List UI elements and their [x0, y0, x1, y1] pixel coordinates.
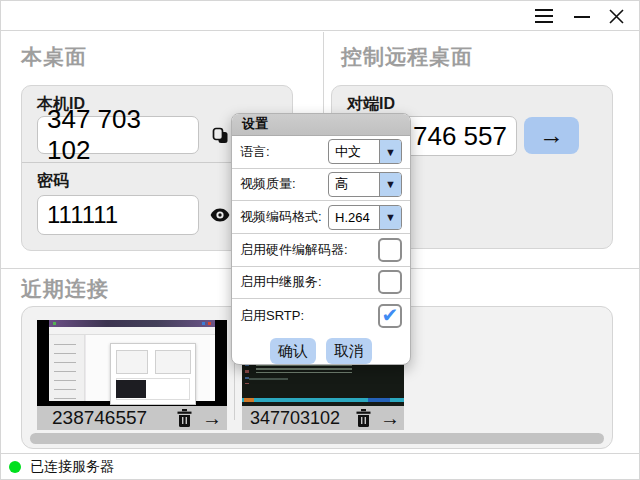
open-connection-button[interactable]: → [376, 406, 404, 430]
open-connection-button[interactable]: → [197, 406, 227, 430]
dialog-buttons: 确认 取消 [232, 338, 410, 364]
connect-button[interactable]: → [524, 117, 579, 154]
settings-dialog: 设置 语言: 中文 ▼ 视频质量: 高 ▼ 视频编码格式: H.264 ▼ 启用… [231, 113, 411, 365]
language-select[interactable]: 中文 ▼ [328, 139, 402, 164]
chevron-down-icon: ▼ [379, 140, 401, 163]
video-codec-select-value: H.264 [329, 206, 379, 229]
srtp-checkbox[interactable]: ✔ [378, 304, 402, 328]
delete-connection-button[interactable] [350, 406, 376, 430]
video-codec-select[interactable]: H.264 ▼ [328, 205, 402, 230]
close-icon [609, 9, 624, 24]
settings-row-video-quality: 视频质量: 高 ▼ [232, 169, 410, 202]
connection-id: 238746557 [37, 407, 171, 429]
hw-codec-label: 启用硬件编解码器: [240, 241, 348, 259]
connection-status-icon [9, 461, 21, 473]
relay-checkbox[interactable]: ✔ [378, 270, 402, 294]
settings-row-video-codec: 视频编码格式: H.264 ▼ [232, 201, 410, 234]
eye-icon [210, 208, 230, 222]
status-bar: 已连接服务器 [1, 453, 639, 479]
app-window: 本桌面 控制远程桌面 本机ID 347 703 102 密码 111111 对端… [0, 0, 640, 480]
video-quality-select-value: 高 [329, 173, 379, 196]
peer-id-label: 对端ID [347, 94, 395, 115]
video-quality-select[interactable]: 高 ▼ [328, 172, 402, 197]
menu-button[interactable] [531, 5, 557, 27]
minimize-button[interactable] [569, 5, 595, 27]
copy-id-button[interactable] [208, 124, 232, 148]
confirm-button[interactable]: 确认 [270, 338, 316, 364]
connection-label-bar: 238746557 → [37, 406, 227, 430]
arrow-right-icon: → [202, 407, 222, 430]
cancel-button[interactable]: 取消 [326, 338, 372, 364]
chevron-down-icon: ▼ [379, 206, 401, 229]
settings-dialog-title[interactable]: 设置 [232, 114, 410, 136]
password-field[interactable]: 111111 [37, 195, 199, 235]
language-select-value: 中文 [329, 140, 379, 163]
minimize-icon [574, 9, 590, 23]
arrow-right-icon: → [380, 407, 400, 430]
connection-id: 347703102 [242, 408, 350, 429]
local-id-field[interactable]: 347 703 102 [37, 116, 199, 154]
local-section-title: 本桌面 [21, 43, 87, 71]
connection-label-bar: 347703102 → [242, 406, 404, 430]
settings-row-relay: 启用中继服务: ✔ [232, 267, 410, 300]
delete-connection-button[interactable] [171, 406, 197, 430]
relay-label: 启用中继服务: [240, 273, 322, 291]
video-quality-label: 视频质量: [240, 175, 296, 193]
srtp-label: 启用SRTP: [240, 307, 304, 325]
language-label: 语言: [240, 143, 270, 161]
password-label: 密码 [37, 171, 69, 192]
check-icon: ✔ [382, 305, 399, 325]
remote-section-title: 控制远程桌面 [341, 43, 473, 71]
settings-row-srtp: 启用SRTP: ✔ [232, 299, 410, 332]
chevron-down-icon: ▼ [379, 173, 401, 196]
copy-icon [212, 127, 229, 145]
connection-thumbnail[interactable] [37, 320, 227, 406]
recent-section-title: 近期连接 [21, 275, 109, 303]
recent-connection-item[interactable]: 238746557 → [37, 320, 227, 430]
thumbnail-desktop-preview [49, 320, 215, 401]
trash-icon [356, 409, 371, 427]
connection-status-text: 已连接服务器 [30, 458, 114, 476]
connect-arrow-icon: → [539, 121, 564, 150]
settings-row-hw-codec: 启用硬件编解码器: ✔ [232, 234, 410, 267]
horizontal-scrollbar[interactable] [30, 433, 604, 444]
toggle-password-button[interactable] [208, 204, 232, 226]
trash-icon [177, 409, 192, 427]
hamburger-icon [535, 9, 553, 23]
hw-codec-checkbox[interactable]: ✔ [378, 238, 402, 262]
video-codec-label: 视频编码格式: [240, 208, 322, 226]
close-button[interactable] [603, 5, 629, 27]
settings-row-language: 语言: 中文 ▼ [232, 136, 410, 169]
title-bar [1, 1, 639, 31]
